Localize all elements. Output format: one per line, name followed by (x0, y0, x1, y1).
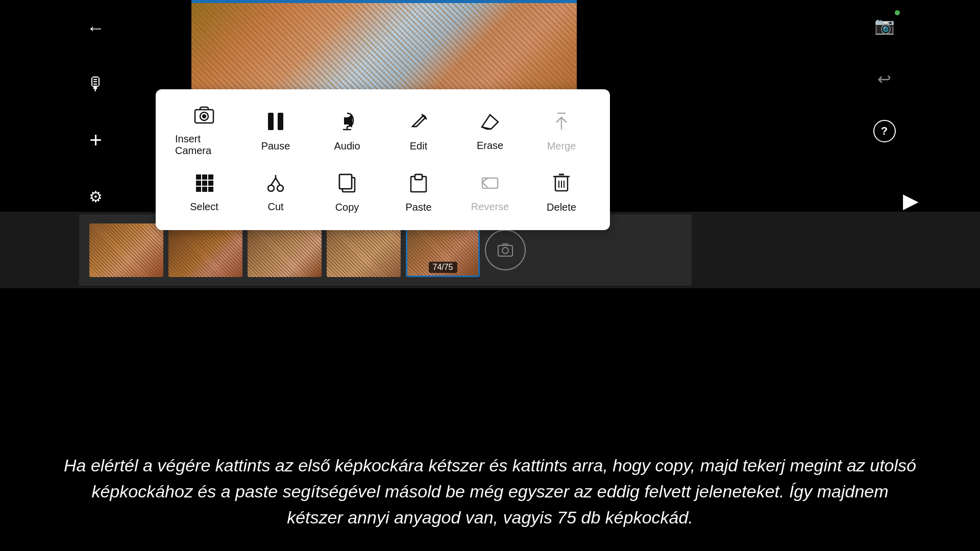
paste-label: Paste (405, 202, 431, 213)
camera-symbol: 📷 (874, 16, 895, 35)
insert-camera-label: Insert Camera (175, 133, 233, 157)
help-icon[interactable]: ? (873, 120, 896, 142)
cut-icon (266, 173, 285, 197)
menu-cut[interactable]: Cut (242, 168, 309, 217)
merge-label: Merge (547, 140, 576, 152)
svg-rect-3 (268, 113, 274, 130)
subtitle-text: Ha elértél a végére kattints az első kép… (0, 437, 980, 551)
svg-point-38 (502, 247, 508, 254)
frame-counter: 74/75 (428, 262, 457, 273)
edit-label: Edit (410, 140, 427, 152)
settings-icon[interactable]: ⚙ (83, 184, 109, 209)
svg-rect-13 (196, 181, 201, 186)
svg-rect-11 (202, 174, 207, 180)
frame-2[interactable] (168, 223, 242, 277)
camera-icon[interactable]: 📷 (872, 13, 897, 38)
svg-rect-17 (202, 187, 207, 192)
svg-rect-30 (482, 178, 498, 188)
mic-icon[interactable]: 🎙 (83, 71, 109, 97)
merge-icon (552, 111, 571, 136)
menu-paste[interactable]: Paste (385, 168, 452, 217)
menu-erase[interactable]: Erase (457, 102, 523, 161)
copy-label: Copy (335, 202, 359, 213)
cut-label: Cut (267, 201, 283, 213)
copy-icon (337, 172, 357, 197)
paste-icon (409, 172, 428, 197)
svg-rect-26 (339, 174, 352, 189)
svg-line-22 (276, 178, 280, 185)
menu-audio[interactable]: Audio (314, 102, 380, 161)
menu-row-2: Select Cut Copy Paste Reverse (171, 168, 595, 217)
insert-camera-icon (194, 106, 214, 129)
svg-point-19 (268, 185, 274, 191)
svg-rect-29 (415, 174, 422, 180)
menu-reverse: Reverse (457, 168, 523, 217)
menu-insert-camera[interactable]: Insert Camera (171, 102, 237, 161)
svg-line-21 (271, 178, 276, 185)
delete-icon (552, 172, 571, 197)
menu-edit[interactable]: Edit (385, 102, 452, 161)
delete-label: Delete (547, 202, 576, 213)
pause-icon (266, 111, 285, 136)
green-dot-indicator (895, 10, 900, 15)
menu-pause[interactable]: Pause (242, 102, 309, 161)
add-camera-frame-button[interactable] (485, 230, 526, 270)
select-icon (194, 173, 214, 197)
reverse-icon (480, 173, 500, 197)
frame-4[interactable] (327, 223, 401, 277)
svg-rect-10 (196, 174, 201, 180)
erase-icon (480, 112, 500, 136)
svg-point-2 (202, 114, 206, 118)
frame-1[interactable] (89, 223, 163, 277)
context-menu: Insert Camera Pause Audio Edit Erase (156, 89, 610, 230)
menu-copy[interactable]: Copy (314, 168, 380, 217)
svg-rect-12 (208, 174, 213, 180)
video-preview (191, 0, 577, 89)
audio-icon (338, 111, 356, 136)
undo-icon[interactable]: ↩ (872, 66, 897, 92)
svg-rect-15 (208, 181, 213, 186)
edit-icon (409, 111, 428, 136)
svg-rect-18 (208, 187, 213, 192)
select-label: Select (190, 201, 218, 213)
audio-label: Audio (334, 140, 360, 152)
menu-delete[interactable]: Delete (528, 168, 595, 217)
menu-select[interactable]: Select (171, 168, 237, 217)
back-button[interactable]: ← (83, 15, 109, 41)
add-button[interactable]: + (83, 128, 109, 153)
svg-point-20 (277, 185, 283, 191)
frame-5-selected[interactable]: 74/75 (406, 223, 480, 277)
svg-rect-4 (278, 113, 283, 130)
subtitle-content: Ha elértél a végére kattints az első kép… (64, 456, 916, 527)
pause-label: Pause (261, 140, 290, 152)
play-button[interactable]: ▶ (903, 189, 919, 212)
svg-rect-14 (202, 181, 207, 186)
reverse-label: Reverse (471, 201, 509, 213)
frame-3[interactable] (248, 223, 322, 277)
menu-merge: Merge (528, 102, 595, 161)
svg-rect-16 (196, 187, 201, 192)
menu-row-1: Insert Camera Pause Audio Edit Erase (171, 102, 595, 161)
erase-label: Erase (477, 140, 503, 152)
